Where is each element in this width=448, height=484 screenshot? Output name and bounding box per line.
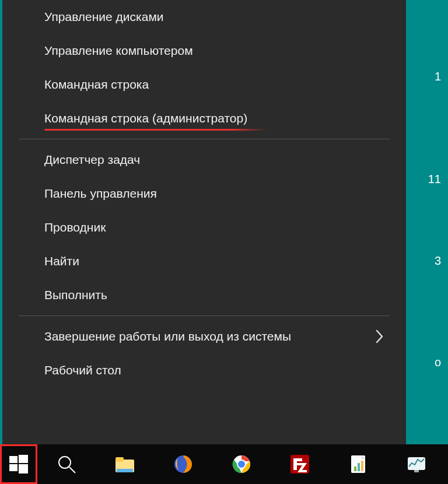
menu-item-command-prompt-admin[interactable]: Командная строка (администратор) <box>2 101 406 135</box>
svg-rect-18 <box>361 461 363 471</box>
svg-rect-7 <box>116 457 124 462</box>
svg-rect-20 <box>414 470 419 472</box>
chevron-right-icon <box>376 329 384 343</box>
menu-item-disk-management[interactable]: Управление дисками <box>2 0 406 34</box>
menu-item-label: Панель управления <box>44 187 157 200</box>
annotation-underline <box>44 129 266 131</box>
taskbar <box>0 444 448 484</box>
desktop-fragment: 1 <box>435 70 441 83</box>
taskbar-search-button[interactable] <box>37 444 96 484</box>
svg-rect-17 <box>358 463 360 471</box>
monitor-graph-icon <box>406 454 427 475</box>
desktop-fragment: 11 <box>428 173 441 186</box>
document-chart-icon <box>348 454 369 475</box>
menu-item-label: Проводник <box>44 220 106 234</box>
taskbar-app-2[interactable] <box>387 444 446 484</box>
menu-item-command-prompt[interactable]: Командная строка <box>2 68 406 101</box>
taskbar-filezilla[interactable] <box>271 444 329 484</box>
menu-item-label: Рабочий стол <box>44 363 121 377</box>
taskbar-chrome[interactable] <box>212 444 271 484</box>
menu-item-file-explorer[interactable]: Проводник <box>2 211 406 244</box>
desktop-fragment: о <box>435 356 441 369</box>
svg-rect-0 <box>9 456 18 463</box>
menu-divider <box>19 315 390 316</box>
svg-rect-3 <box>19 464 28 474</box>
menu-item-task-manager[interactable]: Диспетчер задач <box>2 143 406 177</box>
menu-item-run[interactable]: Выполнить <box>2 278 406 312</box>
firefox-icon <box>173 454 194 475</box>
chrome-icon <box>231 454 252 475</box>
taskbar-file-explorer[interactable] <box>96 444 154 484</box>
windows-logo-icon <box>9 455 28 474</box>
annotation-start-highlight <box>0 444 37 484</box>
menu-item-label: Завершение работы или выход из системы <box>44 329 291 343</box>
svg-rect-2 <box>9 464 18 471</box>
svg-rect-8 <box>117 469 133 472</box>
svg-rect-19 <box>408 457 425 470</box>
svg-point-4 <box>59 457 71 468</box>
svg-rect-16 <box>354 467 356 471</box>
taskbar-app-1[interactable] <box>329 444 387 484</box>
menu-item-computer-management[interactable]: Управление компьютером <box>2 34 406 68</box>
menu-item-label: Командная строка (администратор) <box>44 111 247 125</box>
winx-context-menu: Управление дисками Управление компьютеро… <box>2 0 406 444</box>
start-button[interactable] <box>9 455 28 474</box>
menu-item-search[interactable]: Найти <box>2 244 406 278</box>
search-icon <box>57 454 76 474</box>
menu-item-label: Выполнить <box>44 288 107 301</box>
menu-item-label: Командная строка <box>44 78 149 91</box>
menu-divider <box>19 139 390 139</box>
menu-item-desktop[interactable]: Рабочий стол <box>2 353 406 387</box>
menu-item-label: Управление дисками <box>44 10 164 23</box>
menu-item-label: Найти <box>44 254 79 268</box>
filezilla-icon <box>289 454 310 475</box>
menu-item-label: Диспетчер задач <box>44 153 140 166</box>
menu-item-control-panel[interactable]: Панель управления <box>2 177 406 211</box>
menu-item-label: Управление компьютером <box>44 44 193 57</box>
folder-icon <box>114 454 135 475</box>
svg-line-5 <box>69 467 75 473</box>
menu-item-shutdown-signout[interactable]: Завершение работы или выход из системы <box>2 320 406 353</box>
desktop-fragment: 3 <box>435 254 441 268</box>
taskbar-firefox[interactable] <box>154 444 212 484</box>
svg-rect-1 <box>19 455 28 463</box>
